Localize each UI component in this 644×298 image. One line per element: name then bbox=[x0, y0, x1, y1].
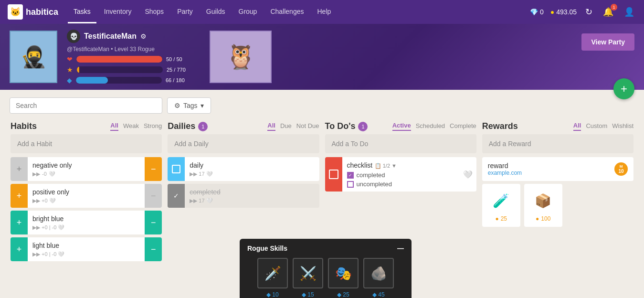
habit-stats: ▶▶ +0 | -0 🤍 bbox=[32, 251, 140, 257]
habit-content: bright blue ▶▶ +0 | -0 🤍 bbox=[28, 211, 145, 234]
skill-icon-1[interactable]: ⚔️ bbox=[293, 258, 323, 272]
nav-challenges[interactable]: Challenges bbox=[264, 1, 309, 23]
xp-text: 25 / 770 bbox=[167, 67, 186, 73]
habit-plus-btn[interactable]: + bbox=[11, 237, 28, 261]
habits-header: Habits All Weak Strong bbox=[11, 121, 162, 131]
add-task-button[interactable]: + bbox=[613, 78, 634, 99]
daily-name: daily bbox=[190, 161, 314, 169]
tab-habits-strong[interactable]: Strong bbox=[144, 122, 162, 130]
daily-color-bar-completed: ✓ bbox=[168, 184, 185, 208]
tab-dailies-due[interactable]: Due bbox=[280, 122, 292, 130]
todos-count: 1 bbox=[358, 122, 368, 131]
chevron-down-icon: ▾ bbox=[201, 102, 204, 109]
todo-color-bar bbox=[325, 157, 342, 192]
gem-amount: 0 bbox=[540, 8, 544, 16]
todo-name: checklist bbox=[347, 161, 373, 169]
reward-item-card[interactable]: 🧪 ● 25 bbox=[482, 184, 520, 227]
top-nav: 🐱 habitica Tasks Inventory Shops Party G… bbox=[0, 0, 644, 24]
habit-card: + negative only ▶▶ -0 🤍 − bbox=[11, 157, 162, 181]
tags-button[interactable]: ⚙ Tags ▾ bbox=[167, 97, 211, 114]
tab-todos-active[interactable]: Active bbox=[392, 122, 411, 131]
habit-plus-disabled[interactable]: + bbox=[11, 157, 28, 181]
todos-header: To Do's 1 Active Scheduled Complete bbox=[325, 121, 476, 131]
dailies-tabs: All Due Not Due bbox=[267, 122, 319, 131]
nav-group[interactable]: Group bbox=[233, 1, 263, 23]
subitem-checkbox-unchecked[interactable] bbox=[347, 181, 354, 188]
add-reward-card[interactable]: Add a Reward bbox=[482, 134, 633, 153]
hp-bar-bg bbox=[76, 56, 162, 63]
habit-minus-btn[interactable]: − bbox=[151, 245, 156, 255]
rogue-skills-popup: Rogue Skills — 🗡️ ◆ 10 ⚔️ ◆ 15 🎭 ◆ 25 � bbox=[240, 239, 412, 272]
add-habit-card[interactable]: Add a Habit bbox=[11, 134, 162, 153]
tab-todos-complete[interactable]: Complete bbox=[450, 122, 476, 130]
skill-icon-0[interactable]: 🗡️ bbox=[257, 258, 288, 272]
habit-plus-btn[interactable]: + bbox=[11, 184, 28, 208]
daily-content: daily ▶▶ 17 🤍 bbox=[185, 157, 319, 181]
daily-color-bar bbox=[168, 157, 185, 181]
class-icon: 💀 bbox=[67, 30, 80, 43]
add-todo-card[interactable]: Add a To Do bbox=[325, 134, 476, 153]
daily-checkbox[interactable] bbox=[172, 165, 180, 173]
skill-item-2: 🎭 ◆ 25 bbox=[328, 258, 359, 272]
dailies-count: 1 bbox=[198, 122, 208, 131]
skills-close-button[interactable]: — bbox=[397, 245, 404, 252]
nav-inventory[interactable]: Inventory bbox=[98, 1, 137, 23]
tab-rewards-custom[interactable]: Custom bbox=[586, 122, 607, 130]
view-party-button[interactable]: View Party bbox=[581, 33, 634, 51]
tab-dailies-all[interactable]: All bbox=[267, 122, 275, 131]
habit-card: + bright blue ▶▶ +0 | -0 🤍 − bbox=[11, 211, 162, 234]
hp-bar-row: ❤ 50 / 50 bbox=[67, 55, 186, 63]
subitem-checkbox-checked[interactable]: ✓ bbox=[347, 172, 354, 179]
gem-icon: 💎 bbox=[530, 8, 538, 16]
habit-minus-btn[interactable]: − bbox=[151, 164, 156, 174]
tab-habits-all[interactable]: All bbox=[110, 122, 118, 131]
habit-content: negative only ▶▶ -0 🤍 bbox=[28, 157, 145, 181]
habit-minus-btn[interactable]: − bbox=[151, 218, 156, 228]
reward-item-price: ● 100 bbox=[536, 215, 550, 222]
reward-item-card[interactable]: 📦 ● 100 bbox=[524, 184, 562, 227]
rewards-column: Rewards All Custom Wishlist Add a Reward… bbox=[479, 121, 636, 264]
profile-button[interactable]: 👤 bbox=[622, 5, 636, 19]
gold-count: ● 493.05 bbox=[550, 8, 577, 16]
nav-tasks[interactable]: Tasks bbox=[68, 1, 96, 23]
habits-tabs: All Weak Strong bbox=[110, 122, 162, 131]
mp-bar-fill bbox=[76, 77, 108, 84]
todo-sub-item-completed: ✓ completed bbox=[347, 171, 454, 179]
todo-checklist-label[interactable]: 📋 1/2 ▼ bbox=[375, 163, 397, 169]
tab-habits-weak[interactable]: Weak bbox=[123, 122, 139, 130]
profile-info: 💀 TestificateMan ⚙ @TestificateMan • Lev… bbox=[67, 30, 186, 84]
nav-guilds[interactable]: Guilds bbox=[201, 1, 231, 23]
habit-name: bright blue bbox=[32, 215, 140, 223]
tab-rewards-all[interactable]: All bbox=[573, 122, 581, 131]
skill-item-1: ⚔️ ◆ 15 bbox=[293, 258, 323, 272]
skill-icon-2[interactable]: 🎭 bbox=[328, 258, 359, 272]
search-input[interactable] bbox=[10, 97, 162, 114]
nav-links: Tasks Inventory Shops Party Guilds Group… bbox=[68, 1, 530, 23]
habit-minus-disabled: − bbox=[145, 184, 162, 208]
reward-items-row: 🧪 ● 25 📦 ● 100 bbox=[482, 184, 633, 227]
todo-checkbox[interactable] bbox=[329, 170, 338, 179]
tab-rewards-wishlist[interactable]: Wishlist bbox=[612, 122, 633, 130]
search-area: ⚙ Tags ▾ bbox=[0, 90, 644, 117]
add-daily-card[interactable]: Add a Daily bbox=[168, 134, 319, 153]
nav-party[interactable]: Party bbox=[171, 1, 199, 23]
gold-icon: ● bbox=[550, 8, 554, 16]
reward-link[interactable]: example.com bbox=[488, 170, 522, 176]
tab-todos-scheduled[interactable]: Scheduled bbox=[416, 122, 445, 130]
notification-button[interactable]: 🔔 1 bbox=[601, 5, 615, 19]
skill-icon-3[interactable]: 🪨 bbox=[363, 258, 394, 272]
nav-help[interactable]: Help bbox=[311, 1, 337, 23]
todo-card: checklist 📋 1/2 ▼ ✓ completed uncomplete… bbox=[325, 157, 476, 192]
profile-expand[interactable]: ⚙ bbox=[140, 32, 147, 40]
todo-right: 🤍 bbox=[459, 157, 476, 192]
pet-area: 🦉 bbox=[210, 31, 272, 83]
nav-shops[interactable]: Shops bbox=[139, 1, 169, 23]
tab-dailies-notdue[interactable]: Not Due bbox=[296, 122, 319, 130]
skills-header: Rogue Skills — bbox=[247, 245, 404, 252]
daily-card-completed: ✓ completed ▶▶ 17 🤍 bbox=[168, 184, 319, 208]
todos-title: To Do's bbox=[325, 121, 356, 131]
habit-plus-btn[interactable]: + bbox=[11, 211, 28, 234]
daily-checkbox-checked[interactable]: ✓ bbox=[170, 190, 182, 202]
refresh-button[interactable]: ↻ bbox=[583, 5, 594, 19]
habit-name: light blue bbox=[32, 242, 140, 249]
